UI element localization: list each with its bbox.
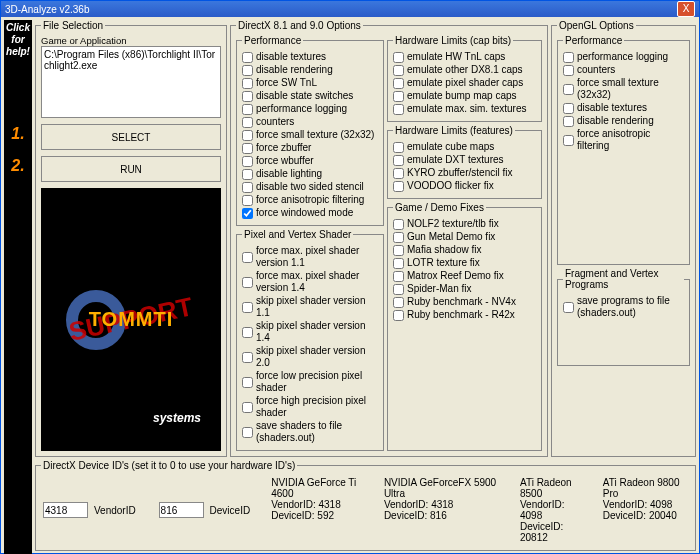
game-app-label: Game or Application (41, 35, 221, 46)
checkbox-item[interactable]: emulate pixel shader caps (393, 77, 536, 89)
directx-group: DirectX 8.1 and 9.0 Options Performance … (230, 20, 548, 457)
logo: SUPPORT TOMMTI systems (41, 188, 221, 451)
gdf-legend: Game / Demo Fixes (393, 202, 486, 213)
oglp-legend: Performance (563, 35, 624, 46)
close-icon[interactable]: X (677, 1, 695, 17)
checkbox-item[interactable]: VOODOO flicker fix (393, 180, 536, 192)
opengl-legend: OpenGL Options (557, 20, 636, 31)
checkbox-item[interactable]: Spider-Man fix (393, 283, 536, 295)
file-selection-legend: File Selection (41, 20, 105, 31)
pixel-vertex-shader-group: Pixel and Vertex Shader force max. pixel… (236, 229, 384, 451)
performance-legend: Performance (242, 35, 303, 46)
step-1: 1. (11, 128, 24, 140)
checkbox-item[interactable]: counters (242, 116, 378, 128)
checkbox-item[interactable]: force high precision pixel shader (242, 395, 378, 419)
checkbox-item[interactable]: disable state switches (242, 90, 378, 102)
checkbox-item[interactable]: force windowed mode (242, 207, 378, 219)
checkbox-item[interactable]: skip pixel shader version 2.0 (242, 345, 378, 369)
checkbox-item[interactable]: disable rendering (242, 64, 378, 76)
checkbox-item[interactable]: counters (563, 64, 684, 76)
checkbox-item[interactable]: NOLF2 texture/tlb fix (393, 218, 536, 230)
checkbox-item[interactable]: disable textures (563, 102, 684, 114)
device-card: ATi Radeon 9800 ProVendorID: 4098DeviceI… (603, 477, 688, 543)
checkbox-item[interactable]: LOTR texture fix (393, 257, 536, 269)
checkbox-item[interactable]: force anisotropic filtering (242, 194, 378, 206)
checkbox-item[interactable]: save programs to file (shaders.out) (563, 295, 684, 319)
checkbox-item[interactable]: emulate max. sim. textures (393, 103, 536, 115)
checkbox-item[interactable]: performance logging (242, 103, 378, 115)
checkbox-item[interactable]: force small texture (32x32) (242, 129, 378, 141)
checkbox-item[interactable]: performance logging (563, 51, 684, 63)
vendor-id-label: VendorID (94, 505, 136, 516)
vendor-id-input[interactable] (43, 502, 88, 518)
hwc-legend: Hardware Limits (cap bits) (393, 35, 513, 46)
device-ids-legend: DirectX Device ID's (set it to 0 to use … (41, 460, 297, 471)
checkbox-item[interactable]: skip pixel shader version 1.1 (242, 295, 378, 319)
checkbox-item[interactable]: emulate cube maps (393, 141, 536, 153)
checkbox-item[interactable]: force max. pixel shader version 1.1 (242, 245, 378, 269)
checkbox-item[interactable]: force max. pixel shader version 1.4 (242, 270, 378, 294)
logo-systems: systems (153, 411, 201, 425)
device-ids-group: DirectX Device ID's (set it to 0 to use … (35, 460, 696, 551)
help-sidebar[interactable]: Click for help! 1. 2. (4, 20, 32, 554)
checkbox-item[interactable]: Matrox Reef Demo fix (393, 270, 536, 282)
checkbox-item[interactable]: disable two sided stencil (242, 181, 378, 193)
device-card: NVIDIA GeForceFX 5900 UltraVendorID: 431… (384, 477, 506, 543)
checkbox-item[interactable]: force small texture (32x32) (563, 77, 684, 101)
checkbox-item[interactable]: Mafia shadow fix (393, 244, 536, 256)
select-button[interactable]: SELECT (41, 124, 221, 150)
checkbox-item[interactable]: force low precision pixel shader (242, 370, 378, 394)
step-2: 2. (11, 160, 24, 172)
path-display: C:\Program Files (x86)\Torchlight II\Tor… (41, 46, 221, 118)
opengl-group: OpenGL Options Performance performance l… (551, 20, 696, 457)
device-card: NVIDIA GeForce Ti 4600VendorID: 4318Devi… (271, 477, 370, 543)
checkbox-item[interactable]: skip pixel shader version 1.4 (242, 320, 378, 344)
logo-text: TOMMTI (89, 308, 174, 331)
directx-legend: DirectX 8.1 and 9.0 Options (236, 20, 363, 31)
titlebar: 3D-Analyze v2.36b X (1, 1, 699, 17)
file-selection-group: File Selection Game or Application C:\Pr… (35, 20, 227, 457)
hw-caps-group: Hardware Limits (cap bits) emulate HW Tn… (387, 35, 542, 122)
checkbox-item[interactable]: Ruby benchmark - NV4x (393, 296, 536, 308)
fvp-legend: Fragment and Vertex Programs (563, 268, 684, 290)
checkbox-item[interactable]: force SW TnL (242, 77, 378, 89)
device-id-label: DeviceID (210, 505, 251, 516)
checkbox-item[interactable]: Gun Metal Demo fix (393, 231, 536, 243)
device-card: ATi Radeon 8500VendorID: 4098DeviceID: 2… (520, 477, 589, 543)
window: 3D-Analyze v2.36b X Click for help! 1. 2… (0, 0, 700, 554)
checkbox-item[interactable]: save shaders to file (shaders.out) (242, 420, 378, 444)
pvs-legend: Pixel and Vertex Shader (242, 229, 353, 240)
checkbox-item[interactable]: disable lighting (242, 168, 378, 180)
run-button[interactable]: RUN (41, 156, 221, 182)
checkbox-item[interactable]: force wbuffer (242, 155, 378, 167)
checkbox-item[interactable]: emulate HW TnL caps (393, 51, 536, 63)
checkbox-item[interactable]: KYRO zbuffer/stencil fix (393, 167, 536, 179)
help-text: for (11, 34, 24, 46)
hwf-legend: Hardware Limits (features) (393, 125, 515, 136)
performance-group: Performance disable texturesdisable rend… (236, 35, 384, 226)
hw-features-group: Hardware Limits (features) emulate cube … (387, 125, 542, 199)
checkbox-item[interactable]: disable rendering (563, 115, 684, 127)
help-text: help! (6, 46, 30, 58)
checkbox-item[interactable]: Ruby benchmark - R42x (393, 309, 536, 321)
checkbox-item[interactable]: disable textures (242, 51, 378, 63)
checkbox-item[interactable]: force zbuffer (242, 142, 378, 154)
checkbox-item[interactable]: force anisotropic filtering (563, 128, 684, 152)
fragment-vertex-group: Fragment and Vertex Programs save progra… (557, 268, 690, 366)
checkbox-item[interactable]: emulate DXT textures (393, 154, 536, 166)
checkbox-item[interactable]: emulate other DX8.1 caps (393, 64, 536, 76)
window-title: 3D-Analyze v2.36b (5, 4, 90, 15)
game-demo-fixes-group: Game / Demo Fixes NOLF2 texture/tlb fixG… (387, 202, 542, 451)
checkbox-item[interactable]: emulate bump map caps (393, 90, 536, 102)
help-text: Click (6, 22, 30, 34)
ogl-performance-group: Performance performance loggingcountersf… (557, 35, 690, 265)
device-id-input[interactable] (159, 502, 204, 518)
